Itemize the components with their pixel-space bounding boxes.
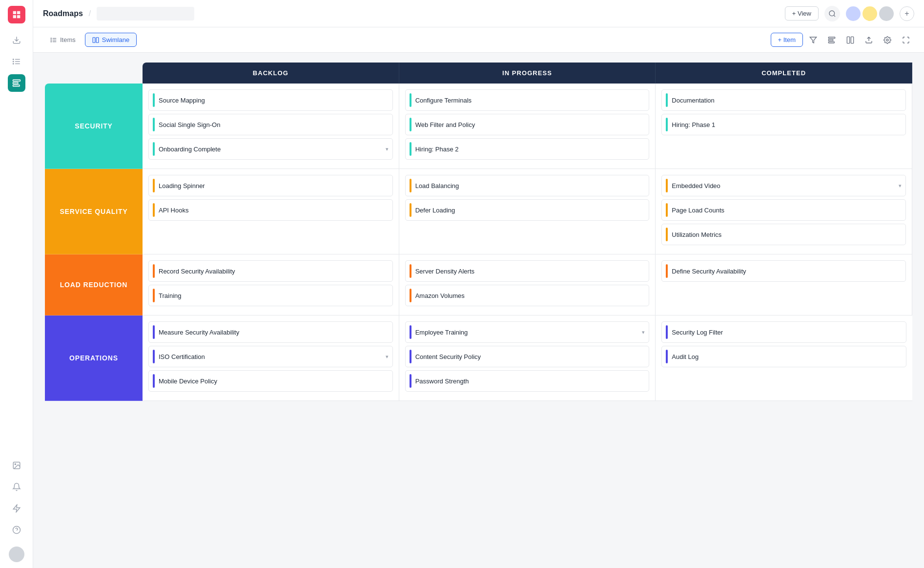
- col-header-backlog: BACKLOG: [143, 63, 399, 84]
- card-item[interactable]: Configure Terminals: [405, 89, 650, 111]
- lane-label-service-quality: SERVICE QUALITY: [45, 169, 143, 254]
- avatar-1[interactable]: [846, 6, 861, 21]
- card-item[interactable]: Measure Security Availability: [148, 321, 393, 343]
- card-dot: [666, 228, 668, 241]
- card-item[interactable]: Onboarding Complete▾: [148, 138, 393, 160]
- export-button[interactable]: [861, 32, 877, 48]
- card-item[interactable]: Hiring: Phase 1: [661, 114, 906, 135]
- card-item[interactable]: Loading Spinner: [148, 175, 393, 196]
- breadcrumb[interactable]: [97, 7, 194, 21]
- view-button[interactable]: + View: [785, 6, 819, 21]
- sidebar-icon-roadmap[interactable]: [8, 74, 25, 92]
- card-item[interactable]: Record Security Availability: [148, 260, 393, 282]
- lane-label-load-reduction: LOAD REDUCTION: [45, 254, 143, 316]
- card-item[interactable]: Social Single Sign-On: [148, 114, 393, 135]
- card-text: Web Filter and Policy: [415, 121, 645, 128]
- tab-swimlane[interactable]: Swimlane: [85, 33, 137, 47]
- app-logo[interactable]: [8, 6, 25, 23]
- fullscreen-button[interactable]: [898, 32, 914, 48]
- card-item[interactable]: Web Filter and Policy: [405, 114, 650, 135]
- card-text: Defer Loading: [415, 207, 645, 214]
- card-text: API Hooks: [159, 207, 389, 214]
- card-item[interactable]: Page Load Counts: [661, 199, 906, 221]
- card-item[interactable]: Utilization Metrics: [661, 224, 906, 245]
- board-container: BACKLOGIN PROGRESSCOMPLETEDSECURITYSourc…: [33, 53, 924, 568]
- card-item[interactable]: Define Security Availability: [661, 260, 906, 282]
- card-dot: [153, 325, 155, 339]
- card-text: Audit Log: [672, 353, 902, 360]
- card-text: Social Single Sign-On: [159, 121, 389, 128]
- card-item[interactable]: Hiring: Phase 2: [405, 138, 650, 160]
- card-dot: [666, 350, 668, 363]
- svg-rect-6: [13, 80, 20, 81]
- group-button[interactable]: [823, 32, 840, 48]
- svg-point-17: [51, 38, 51, 38]
- sidebar-icon-lightning[interactable]: [8, 500, 25, 517]
- card-item[interactable]: ISO Certification▾: [148, 346, 393, 367]
- add-item-button[interactable]: + Item: [771, 33, 803, 47]
- filter-button[interactable]: [805, 32, 821, 48]
- swimlane-board: BACKLOGIN PROGRESSCOMPLETEDSECURITYSourc…: [45, 63, 912, 401]
- card-dot: [153, 289, 155, 302]
- col-header-in_progress: IN PROGRESS: [399, 63, 656, 84]
- col-header-completed: COMPLETED: [656, 63, 912, 84]
- lane-label-security: SECURITY: [45, 84, 143, 169]
- card-item[interactable]: Embedded Video▾: [661, 175, 906, 196]
- sidebar-icon-bell[interactable]: [8, 478, 25, 496]
- columns-button[interactable]: [842, 32, 859, 48]
- card-dot: [153, 264, 155, 278]
- svg-rect-27: [851, 37, 853, 43]
- card-item[interactable]: Password Strength: [405, 370, 650, 392]
- topbar: Roadmaps / + View +: [33, 0, 924, 27]
- avatar-2[interactable]: [862, 6, 877, 21]
- tab-items[interactable]: Items: [43, 33, 83, 47]
- add-avatar-button[interactable]: +: [900, 6, 914, 21]
- sidebar-icon-download[interactable]: [8, 31, 25, 49]
- sidebar-icon-list[interactable]: [8, 53, 25, 70]
- card-item[interactable]: Audit Log: [661, 346, 906, 367]
- card-dot: [410, 179, 411, 192]
- card-item[interactable]: Employee Training▾: [405, 321, 650, 343]
- page-title: Roadmaps: [43, 9, 83, 18]
- card-item[interactable]: API Hooks: [148, 199, 393, 221]
- card-item[interactable]: Training: [148, 285, 393, 306]
- card-item[interactable]: Mobile Device Policy: [148, 370, 393, 392]
- card-item[interactable]: Server Density Alerts: [405, 260, 650, 282]
- svg-rect-24: [828, 39, 833, 41]
- sidebar-icon-help[interactable]: [8, 521, 25, 539]
- search-icon[interactable]: [824, 6, 840, 21]
- settings-button[interactable]: [879, 32, 896, 48]
- card-item[interactable]: Content Security Policy: [405, 346, 650, 367]
- card-text: ISO Certification: [159, 353, 382, 360]
- card-dot: [666, 264, 668, 278]
- card-item[interactable]: Defer Loading: [405, 199, 650, 221]
- card-item[interactable]: Load Balancing: [405, 175, 650, 196]
- card-dot: [410, 350, 411, 363]
- breadcrumb-separator: /: [89, 9, 91, 18]
- main-content: Roadmaps / + View + Items Swimlane + Ite…: [33, 0, 924, 568]
- card-text: Define Security Availability: [672, 268, 902, 275]
- sidebar-icon-image[interactable]: [8, 457, 25, 474]
- avatar-3[interactable]: [879, 6, 894, 21]
- card-item[interactable]: Documentation: [661, 89, 906, 111]
- lane-cell-security-completed: DocumentationHiring: Phase 1: [656, 84, 912, 169]
- svg-rect-20: [93, 37, 95, 42]
- card-dot: [410, 93, 411, 107]
- chevron-down-icon: ▾: [899, 183, 902, 189]
- items-tab-label: Items: [60, 36, 76, 43]
- card-item[interactable]: Source Mapping: [148, 89, 393, 111]
- view-toolbar: Items Swimlane + Item: [33, 27, 924, 53]
- user-avatar[interactable]: [9, 547, 24, 562]
- card-dot: [410, 374, 411, 388]
- column-spacer: [45, 63, 143, 84]
- svg-point-5: [13, 63, 14, 64]
- card-dot: [410, 264, 411, 278]
- card-item[interactable]: Amazon Volumes: [405, 285, 650, 306]
- card-dot: [153, 374, 155, 388]
- lane-cell-service-quality-in_progress: Load BalancingDefer Loading: [399, 169, 656, 254]
- card-dot: [410, 289, 411, 302]
- card-text: Load Balancing: [415, 182, 645, 189]
- card-dot: [666, 118, 668, 131]
- card-item[interactable]: Security Log Filter: [661, 321, 906, 343]
- card-dot: [153, 350, 155, 363]
